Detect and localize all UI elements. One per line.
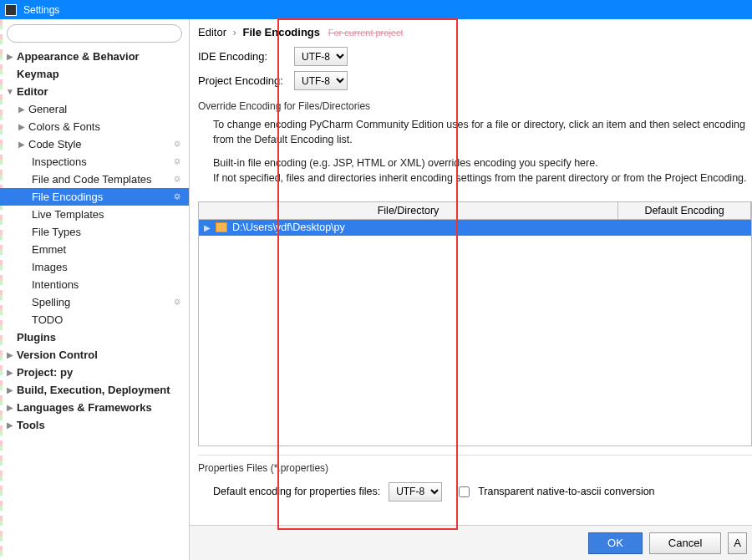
sidebar-item-label: Colors & Fonts bbox=[27, 120, 100, 133]
sidebar-item-appearance[interactable]: ▶Appearance & Behavior bbox=[0, 48, 189, 65]
sidebar-item-vcs[interactable]: ▶Version Control bbox=[0, 346, 189, 364]
sidebar-item-label: Languages & Frameworks bbox=[15, 401, 152, 414]
transparent-ascii-checkbox[interactable] bbox=[459, 486, 470, 497]
sidebar-item-colors[interactable]: ▶Colors & Fonts bbox=[0, 118, 189, 135]
sidebar-item-label: Build, Execution, Deployment bbox=[15, 384, 170, 396]
title-bar: Settings bbox=[0, 0, 752, 19]
sidebar-item-label: Appearance & Behavior bbox=[15, 50, 140, 63]
sidebar-item-label: Version Control bbox=[15, 349, 98, 361]
sidebar-item-label: Inspections bbox=[30, 155, 87, 168]
properties-label: Default encoding for properties files: bbox=[213, 486, 380, 497]
table-row[interactable]: ▶ D:\Users\ydf\Desktop\py bbox=[199, 220, 751, 236]
sidebar-item-label: Spelling bbox=[30, 296, 70, 308]
sidebar-item-label: File Types bbox=[30, 226, 81, 238]
main-panel: Editor › File Encodings For current proj… bbox=[190, 19, 752, 560]
properties-heading: Properties Files (*.properties) bbox=[198, 455, 752, 474]
column-encoding[interactable]: Default Encoding bbox=[618, 202, 751, 219]
sidebar-item-label: File Encodings bbox=[30, 191, 103, 203]
sidebar-item-keymap[interactable]: Keymap bbox=[0, 65, 189, 83]
ide-encoding-row: IDE Encoding: UTF-8 bbox=[198, 47, 752, 66]
apply-button[interactable]: A bbox=[728, 532, 747, 554]
sidebar-item-tools[interactable]: ▶Tools bbox=[0, 416, 189, 434]
sidebar-item-emmet[interactable]: Emmet bbox=[0, 241, 189, 258]
sidebar-item-images[interactable]: Images bbox=[0, 258, 189, 276]
sidebar-item-codestyle[interactable]: ▶Code Style⛭ bbox=[0, 135, 189, 153]
window-title: Settings bbox=[23, 4, 59, 16]
sidebar-item-label: Tools bbox=[15, 419, 45, 431]
sidebar-item-plugins[interactable]: Plugins bbox=[0, 328, 189, 346]
chevron-right-icon: ▶ bbox=[5, 350, 15, 359]
chevron-right-icon: ▶ bbox=[5, 385, 15, 395]
sidebar-item-languages[interactable]: ▶Languages & Frameworks bbox=[0, 399, 189, 416]
cancel-button[interactable]: Cancel bbox=[649, 532, 721, 554]
sidebar-item-editor[interactable]: ▼Editor bbox=[0, 83, 189, 100]
search-input[interactable] bbox=[7, 24, 182, 43]
sidebar-item-livetemplates[interactable]: Live Templates bbox=[0, 206, 189, 223]
sidebar-item-label: File and Code Templates bbox=[30, 173, 152, 186]
description-block: To change encoding PyCharm Community Edi… bbox=[198, 117, 752, 195]
chevron-right-icon: ▶ bbox=[17, 140, 27, 149]
sidebar-item-filetypes[interactable]: File Types bbox=[0, 223, 189, 241]
table-header: File/Directory Default Encoding bbox=[199, 202, 751, 220]
settings-container: ▶Appearance & Behavior Keymap ▼Editor ▶G… bbox=[0, 19, 752, 560]
sidebar-item-label: Intentions bbox=[30, 278, 79, 291]
sidebar-item-label: Code Style bbox=[27, 138, 82, 150]
sidebar-item-label: Images bbox=[30, 261, 68, 273]
transparent-ascii-label: Transparent native-to-ascii conversion bbox=[478, 486, 654, 497]
sidebar-item-label: General bbox=[27, 103, 67, 115]
chevron-right-icon: ▶ bbox=[5, 420, 15, 430]
chevron-right-icon: ▶ bbox=[5, 403, 15, 412]
breadcrumb-current: File Encodings bbox=[243, 26, 320, 38]
chevron-down-icon: ▼ bbox=[5, 87, 15, 96]
sidebar-item-todo[interactable]: TODO bbox=[0, 311, 189, 328]
properties-row: Default encoding for properties files: U… bbox=[198, 482, 752, 501]
sidebar-item-fileencodings[interactable]: File Encodings⛭ bbox=[0, 188, 189, 206]
sidebar-item-inspections[interactable]: Inspections⛭ bbox=[0, 153, 189, 171]
breadcrumb-scope: For current project bbox=[328, 28, 404, 38]
column-file[interactable]: File/Directory bbox=[199, 202, 618, 219]
chevron-right-icon: ▶ bbox=[17, 104, 27, 114]
sidebar-item-label: Live Templates bbox=[30, 208, 104, 221]
window-icon bbox=[5, 4, 17, 16]
sidebar-item-general[interactable]: ▶General bbox=[0, 100, 189, 118]
gear-icon: ⛭ bbox=[173, 139, 182, 149]
gear-icon: ⛭ bbox=[173, 156, 182, 166]
gear-icon: ⛭ bbox=[173, 297, 182, 307]
description-line: If not specified, files and directories … bbox=[213, 171, 749, 186]
dialog-footer: OK Cancel A bbox=[190, 525, 752, 560]
encoding-table: File/Directory Default Encoding ▶ D:\Use… bbox=[198, 201, 752, 446]
breadcrumb-separator: › bbox=[233, 26, 236, 38]
sidebar-item-label: Project: py bbox=[15, 366, 73, 379]
project-encoding-select[interactable]: UTF-8 bbox=[294, 71, 348, 90]
ide-encoding-label: IDE Encoding: bbox=[198, 50, 294, 63]
gear-icon: ⛭ bbox=[173, 191, 182, 201]
description-line: To change encoding PyCharm Community Edi… bbox=[213, 117, 749, 147]
sidebar-item-label: Plugins bbox=[15, 331, 56, 344]
override-heading: Override Encoding for Files/Directories bbox=[198, 100, 752, 112]
properties-encoding-select[interactable]: UTF-8 bbox=[389, 482, 442, 501]
sidebar-item-project[interactable]: ▶Project: py bbox=[0, 364, 189, 381]
project-encoding-row: Project Encoding: UTF-8 bbox=[198, 71, 752, 90]
folder-icon bbox=[216, 222, 227, 232]
chevron-right-icon: ▶ bbox=[204, 223, 214, 232]
ide-encoding-select[interactable]: UTF-8 bbox=[294, 47, 348, 66]
sidebar-item-label: Keymap bbox=[15, 68, 59, 80]
sidebar-item-filecode[interactable]: File and Code Templates⛭ bbox=[0, 171, 189, 188]
sidebar-item-label: TODO bbox=[30, 313, 63, 326]
project-encoding-label: Project Encoding: bbox=[198, 74, 294, 87]
sidebar-item-intentions[interactable]: Intentions bbox=[0, 276, 189, 293]
chevron-right-icon: ▶ bbox=[17, 122, 27, 131]
sidebar-item-spelling[interactable]: Spelling⛭ bbox=[0, 293, 189, 311]
row-path: D:\Users\ydf\Desktop\py bbox=[232, 221, 345, 233]
breadcrumb-root[interactable]: Editor bbox=[198, 26, 226, 38]
ok-button[interactable]: OK bbox=[588, 532, 643, 554]
description-line: Built-in file encoding (e.g. JSP, HTML o… bbox=[213, 155, 749, 171]
chevron-right-icon: ▶ bbox=[5, 368, 15, 377]
sidebar: ▶Appearance & Behavior Keymap ▼Editor ▶G… bbox=[0, 19, 190, 560]
sidebar-item-build[interactable]: ▶Build, Execution, Deployment bbox=[0, 381, 189, 399]
breadcrumb: Editor › File Encodings For current proj… bbox=[198, 26, 752, 47]
sidebar-item-label: Emmet bbox=[30, 243, 66, 256]
settings-tree: ▶Appearance & Behavior Keymap ▼Editor ▶G… bbox=[0, 48, 189, 434]
search-wrap bbox=[0, 24, 189, 48]
sidebar-item-label: Editor bbox=[15, 85, 48, 98]
